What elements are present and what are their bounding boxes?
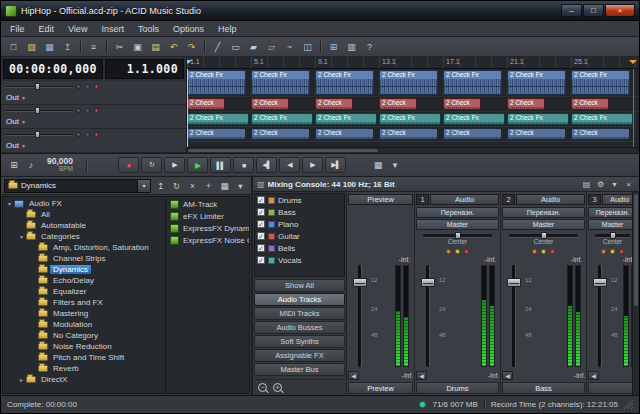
arrangement-area[interactable]: 1.15.19.113.117.121.125.1 2 Check Fx 2 C… — [187, 57, 639, 153]
open-project-icon[interactable]: ▨ — [23, 39, 40, 55]
track-lane[interactable]: 2 Check Fx 2 Check Fx 2 Check Fx 2 Check… — [187, 69, 639, 97]
audio-clip[interactable]: 2 Check — [187, 98, 225, 110]
track-mute-button[interactable] — [76, 108, 81, 113]
audio-clip[interactable]: 2 Check — [251, 128, 310, 140]
bpm-display[interactable]: 90,000 BPM — [47, 157, 73, 173]
playback-options-icon[interactable]: ▦ — [370, 157, 386, 173]
track-visible-checkbox[interactable]: ✓ — [257, 196, 265, 204]
track-visible-checkbox[interactable]: ✓ — [257, 244, 265, 252]
volume-fader[interactable] — [420, 265, 436, 367]
audio-clip[interactable]: 2 Check Fx — [507, 113, 569, 125]
save-project-icon[interactable]: ▦ — [41, 39, 58, 55]
tree-item[interactable]: Channel Strips — [3, 253, 165, 264]
audio-clip[interactable]: 2 Check — [443, 128, 502, 140]
tree-item[interactable]: Echo/Delay — [3, 275, 165, 286]
bus-assign-button[interactable]: Переназн. — [588, 207, 637, 218]
volume-fader[interactable] — [352, 265, 368, 367]
close-button[interactable]: × — [605, 4, 635, 17]
audio-clip[interactable]: 2 Check — [187, 128, 246, 140]
track-lane[interactable]: 2 Check 2 Check 2 Check 2 Check 2 Check … — [187, 97, 639, 112]
step-back-button[interactable]: ◀ — [279, 157, 300, 173]
settings-chevron-icon[interactable]: ▾ — [608, 178, 621, 190]
plugin-list-item[interactable]: ExpressFX Noise Gate — [166, 234, 249, 246]
track-arm-button[interactable] — [94, 84, 99, 89]
pan-handle[interactable] — [541, 232, 547, 239]
zoom-out-icon[interactable]: − — [258, 383, 267, 392]
up-one-level-icon[interactable]: ↥ — [153, 179, 168, 193]
go-to-start-button[interactable]: ◀▌ — [256, 157, 277, 173]
solo-button[interactable] — [610, 249, 615, 254]
track-solo-button[interactable] — [85, 84, 90, 89]
audio-clip[interactable]: 2 Check Fx — [379, 70, 438, 95]
track-volume-slider[interactable] — [6, 83, 72, 90]
tree-item[interactable]: Filters and FX — [3, 297, 165, 308]
plugin-list-item[interactable]: AM-Track — [166, 198, 249, 210]
metronome-icon[interactable]: ♪ — [23, 157, 39, 173]
menu-item-insert[interactable]: Insert — [94, 21, 131, 36]
bus-assign-button[interactable]: Переназн. — [502, 207, 585, 218]
mixer-track-row[interactable]: ✓ Guitar — [255, 230, 344, 242]
bus-assign-button[interactable]: Переназн. — [416, 207, 499, 218]
output-bus-button[interactable]: Master — [416, 219, 499, 230]
erase-tool-icon[interactable]: ▱ — [263, 39, 280, 55]
view-options-icon[interactable]: ▤ — [580, 178, 593, 190]
tree-item[interactable]: Modulation — [3, 319, 165, 330]
snap-toggle-icon[interactable]: ⊞ — [6, 157, 22, 173]
audio-clip[interactable]: 2 Check — [571, 98, 609, 110]
strip-name[interactable]: Bass — [502, 382, 585, 394]
menu-item-edit[interactable]: Edit — [32, 21, 62, 36]
folder-combobox[interactable]: Dynamics ▾ — [4, 179, 151, 193]
track-output-label[interactable]: Out — [6, 141, 19, 150]
fader-handle[interactable] — [421, 278, 435, 287]
track-visible-checkbox[interactable]: ✓ — [257, 256, 265, 264]
audio-clip[interactable]: 2 Check — [315, 128, 374, 140]
mixer-track-row[interactable]: ✓ Piano — [255, 218, 344, 230]
paint-tool-icon[interactable]: ▰ — [245, 39, 262, 55]
envelope-tool-icon[interactable]: ~ — [281, 39, 298, 55]
audio-clip[interactable]: 2 Check Fx — [571, 113, 633, 125]
step-forward-button[interactable]: ▶ — [302, 157, 323, 173]
pan-control[interactable]: Center — [416, 230, 499, 247]
pan-handle[interactable] — [610, 232, 616, 239]
plugin-list-item[interactable]: eFX Limiter — [166, 210, 249, 222]
track-header[interactable]: Out ▾ — [1, 81, 186, 105]
track-visible-checkbox[interactable]: ✓ — [257, 220, 265, 228]
maximize-button[interactable]: □ — [583, 4, 604, 17]
mixer-track-row[interactable]: ✓ Bells — [255, 242, 344, 254]
help-icon[interactable]: ? — [361, 39, 378, 55]
track-solo-button[interactable] — [85, 132, 90, 137]
track-header[interactable]: Out ▾ — [1, 105, 186, 129]
track-visible-checkbox[interactable]: ✓ — [257, 208, 265, 216]
go-to-end-button[interactable]: ▶▌ — [325, 157, 346, 173]
tree-item[interactable]: ▸ DirectX — [3, 374, 165, 385]
mute-button[interactable] — [446, 249, 451, 254]
views-icon[interactable]: ▦ — [217, 179, 232, 193]
track-output-label[interactable]: Out — [6, 93, 19, 102]
tree-item[interactable]: Amp, Distortion, Saturation — [3, 242, 165, 253]
audio-clip[interactable]: 2 Check Fx — [443, 113, 505, 125]
strip-name[interactable] — [588, 382, 637, 394]
menu-item-tools[interactable]: Tools — [131, 21, 166, 36]
track-volume-slider[interactable] — [6, 107, 72, 114]
downmix-output-button[interactable]: ◀ — [502, 371, 513, 380]
tree-item[interactable]: Dynamics — [3, 264, 165, 275]
filter-audio-tracks-button[interactable]: Audio Tracks — [254, 293, 345, 306]
audio-clip[interactable]: 2 Check Fx — [507, 70, 566, 95]
publish-icon[interactable]: ↥ — [59, 39, 76, 55]
loop-playback-button[interactable]: ↻ — [141, 157, 162, 173]
new-project-icon[interactable]: □ — [5, 39, 22, 55]
stop-button[interactable]: ■ — [233, 157, 254, 173]
audio-clip[interactable]: 2 Check — [443, 98, 481, 110]
filter-assignable-fx-button[interactable]: Assignable FX — [254, 349, 345, 362]
filter-soft-synths-button[interactable]: Soft Synths — [254, 335, 345, 348]
track-mute-button[interactable] — [76, 132, 81, 137]
output-bus-button[interactable]: Master — [588, 219, 637, 230]
audio-clip[interactable]: 2 Check — [507, 98, 545, 110]
properties-icon[interactable]: ≡ — [85, 39, 102, 55]
track-arm-button[interactable] — [94, 108, 99, 113]
menu-item-view[interactable]: View — [61, 21, 94, 36]
paste-icon[interactable]: ▤ — [147, 39, 164, 55]
beat-display[interactable]: 1.1.000 — [105, 59, 184, 79]
strip-name[interactable]: Preview — [348, 382, 413, 394]
combobox-dropdown-icon[interactable]: ▾ — [137, 180, 150, 192]
